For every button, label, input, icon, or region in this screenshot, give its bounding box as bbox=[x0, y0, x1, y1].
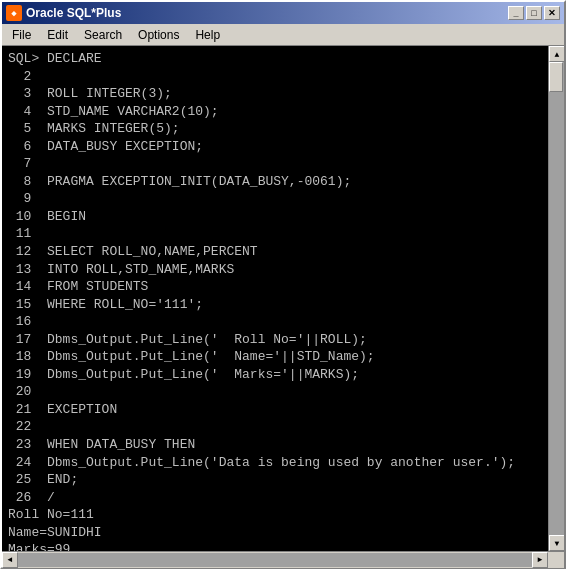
right-arrow-icon: ► bbox=[538, 555, 543, 564]
scroll-left-button[interactable]: ◄ bbox=[2, 552, 18, 568]
main-window: ◆ Oracle SQL*Plus _ □ ✕ File Edit Search… bbox=[0, 0, 566, 569]
menu-bar: File Edit Search Options Help bbox=[2, 24, 564, 46]
up-arrow-icon: ▲ bbox=[555, 50, 560, 59]
close-button[interactable]: ✕ bbox=[544, 6, 560, 20]
minimize-button[interactable]: _ bbox=[508, 6, 524, 20]
scrollbar-corner bbox=[548, 552, 564, 568]
app-icon-symbol: ◆ bbox=[11, 8, 16, 19]
left-arrow-icon: ◄ bbox=[8, 555, 13, 564]
horizontal-scrollbar[interactable]: ◄ ► bbox=[2, 552, 548, 568]
app-icon: ◆ bbox=[6, 5, 22, 21]
scroll-up-button[interactable]: ▲ bbox=[549, 46, 564, 62]
title-buttons: _ □ ✕ bbox=[508, 6, 560, 20]
content-area: SQL> DECLARE 2 3 ROLL INTEGER(3); 4 STD_… bbox=[2, 46, 564, 551]
menu-file[interactable]: File bbox=[4, 26, 39, 44]
menu-help[interactable]: Help bbox=[187, 26, 228, 44]
menu-search[interactable]: Search bbox=[76, 26, 130, 44]
bottom-bar: ◄ ► bbox=[2, 551, 564, 567]
scroll-right-button[interactable]: ► bbox=[532, 552, 548, 568]
title-bar: ◆ Oracle SQL*Plus _ □ ✕ bbox=[2, 2, 564, 24]
down-arrow-icon: ▼ bbox=[555, 539, 560, 548]
scroll-down-button[interactable]: ▼ bbox=[549, 535, 564, 551]
title-bar-left: ◆ Oracle SQL*Plus bbox=[6, 5, 121, 21]
menu-options[interactable]: Options bbox=[130, 26, 187, 44]
maximize-button[interactable]: □ bbox=[526, 6, 542, 20]
window-title: Oracle SQL*Plus bbox=[26, 6, 121, 20]
menu-edit[interactable]: Edit bbox=[39, 26, 76, 44]
scroll-track-v[interactable] bbox=[549, 62, 564, 535]
terminal-output[interactable]: SQL> DECLARE 2 3 ROLL INTEGER(3); 4 STD_… bbox=[2, 46, 548, 551]
scroll-track-h[interactable] bbox=[18, 553, 532, 567]
scroll-thumb-v[interactable] bbox=[549, 62, 563, 92]
vertical-scrollbar[interactable]: ▲ ▼ bbox=[548, 46, 564, 551]
